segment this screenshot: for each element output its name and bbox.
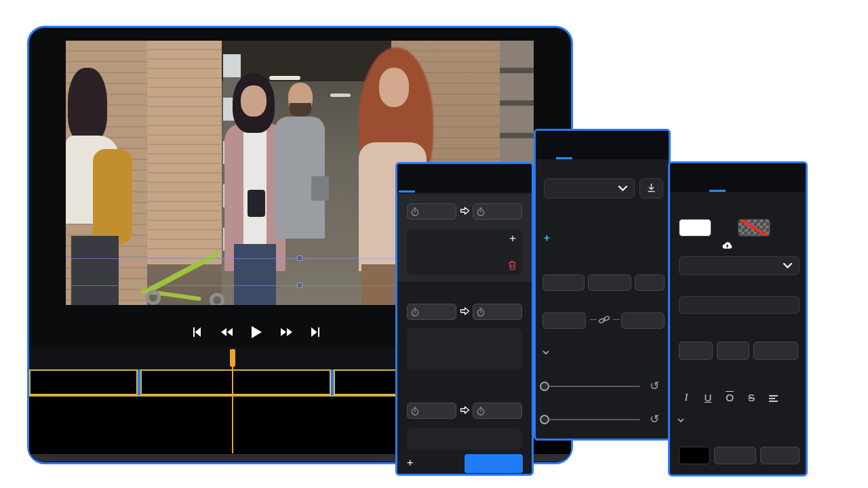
- stopwatch-icon: [473, 207, 485, 216]
- stroke-section-header[interactable]: [677, 414, 689, 424]
- link-icon[interactable]: [598, 314, 610, 328]
- start-time-field[interactable]: [407, 203, 456, 220]
- size-field[interactable]: [679, 342, 713, 360]
- font-weight-field[interactable]: [679, 296, 800, 314]
- scale-w-field[interactable]: [542, 312, 586, 329]
- overline-icon[interactable]: O: [722, 390, 737, 405]
- background-color-swatch[interactable]: [738, 219, 770, 237]
- tab-subtitle[interactable]: [689, 163, 708, 192]
- time-display: [35, 327, 46, 341]
- tab-options[interactable]: [435, 164, 454, 192]
- scene-light: [330, 94, 351, 97]
- skewy-slider-track[interactable]: [544, 419, 640, 420]
- char-spacing-field[interactable]: [753, 342, 798, 360]
- font-family-dropdown[interactable]: [679, 256, 800, 275]
- skip-start-icon[interactable]: [192, 327, 202, 338]
- dashed-line-field[interactable]: [760, 447, 800, 464]
- person-center: [243, 127, 267, 249]
- plus-icon: +: [407, 457, 413, 469]
- caption-selection-handle[interactable]: [297, 283, 302, 288]
- link-dash: [613, 319, 620, 320]
- person-center: [241, 85, 267, 117]
- chevron-down-icon: [542, 346, 549, 357]
- skewy-value: [635, 400, 636, 410]
- add-keyframe-button[interactable]: +: [544, 232, 554, 243]
- add-subtitle-button[interactable]: +: [407, 457, 416, 469]
- cloud-upload-icon: [722, 241, 733, 251]
- person-left: [93, 149, 132, 244]
- rotation-field[interactable]: [635, 274, 665, 291]
- text-lines-icon[interactable]: [766, 391, 781, 406]
- start-time-field[interactable]: [407, 304, 456, 320]
- scene-scooter-wheel: [210, 293, 224, 305]
- subtitle-text-box[interactable]: +: [407, 229, 522, 275]
- strikethrough-icon[interactable]: S: [744, 390, 759, 405]
- tab-options[interactable]: [574, 131, 593, 159]
- skip-end-icon[interactable]: [311, 327, 321, 338]
- end-time-field[interactable]: [473, 203, 522, 220]
- tab-timings[interactable]: [536, 131, 555, 159]
- tab-subtitle[interactable]: [555, 131, 574, 159]
- timeline-subtitle-block[interactable]: [29, 369, 138, 395]
- timings-panel-tabs: [397, 164, 532, 192]
- subtitle-text-box[interactable]: [407, 328, 522, 370]
- person-back: [311, 176, 329, 201]
- person-left: [68, 68, 107, 142]
- stroke-color-swatch[interactable]: [679, 447, 710, 464]
- chevron-down-icon: [618, 184, 627, 193]
- skewx-slider-knob[interactable]: [540, 382, 549, 391]
- stopwatch-icon: [408, 207, 419, 216]
- border-width-field[interactable]: [714, 447, 756, 464]
- person-right: [379, 68, 409, 107]
- stopwatch-icon: [473, 308, 485, 317]
- tab-options[interactable]: [708, 163, 727, 192]
- person-back: [290, 103, 311, 117]
- import-subtitle-button[interactable]: [465, 454, 523, 473]
- subtitle-entry-selected[interactable]: +: [397, 194, 532, 282]
- arrow-right-icon: [460, 405, 470, 418]
- stopwatch-icon: [473, 407, 485, 415]
- reset-icon[interactable]: ↺: [650, 412, 659, 426]
- rewind-icon[interactable]: [220, 327, 233, 337]
- end-time-field[interactable]: [473, 403, 522, 419]
- transport-controls: [192, 326, 321, 338]
- download-subtitle-button[interactable]: [639, 178, 663, 199]
- fast-forward-icon[interactable]: [280, 327, 293, 337]
- line-height-field[interactable]: [717, 342, 749, 360]
- screen: +: [0, 0, 868, 488]
- subtitle-panel-tabs: [536, 131, 669, 159]
- play-button-icon[interactable]: [251, 326, 262, 338]
- tab-timings[interactable]: [397, 164, 416, 192]
- italic-icon[interactable]: I: [679, 390, 694, 405]
- chevron-down-icon: [783, 261, 792, 270]
- start-time-field[interactable]: [407, 403, 456, 419]
- arrow-right-icon: [460, 206, 470, 218]
- link-dash: [590, 319, 597, 320]
- position-y-field[interactable]: [588, 274, 631, 291]
- trash-icon[interactable]: [508, 260, 517, 272]
- add-custom-font-button[interactable]: [722, 241, 737, 251]
- tab-timings[interactable]: [670, 163, 689, 192]
- perspective-section-header[interactable]: [542, 346, 554, 357]
- person-center: [248, 190, 265, 217]
- reset-icon[interactable]: ↺: [650, 379, 659, 392]
- tab-subtitle[interactable]: [416, 164, 435, 192]
- position-x-field[interactable]: [542, 274, 585, 291]
- text-color-swatch[interactable]: [679, 219, 711, 237]
- subtitle-format-dropdown[interactable]: [544, 178, 635, 199]
- plus-icon[interactable]: +: [509, 232, 516, 245]
- end-time-field[interactable]: [473, 304, 522, 320]
- subtitle-text-box[interactable]: [407, 428, 522, 450]
- underline-icon[interactable]: U: [701, 390, 715, 405]
- scale-h-field[interactable]: [621, 312, 665, 329]
- person-left: [71, 236, 119, 305]
- person-center: [234, 244, 276, 305]
- scene-column: [147, 41, 222, 264]
- scene-scooter-wheel: [146, 290, 161, 305]
- duration-frames: [44, 331, 46, 338]
- timeline-subtitle-block[interactable]: [140, 369, 331, 395]
- skewy-slider-knob[interactable]: [540, 415, 549, 424]
- caption-selection-handle[interactable]: [297, 256, 302, 261]
- playhead-line[interactable]: [232, 350, 233, 453]
- skewx-slider-track[interactable]: [544, 386, 640, 387]
